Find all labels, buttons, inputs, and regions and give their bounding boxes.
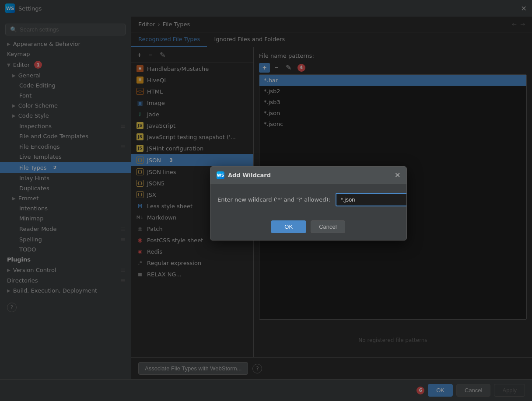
modal-ws-logo: WS xyxy=(217,171,224,179)
add-wildcard-modal: WS Add Wildcard ✕ Enter new wildcard ('*… xyxy=(210,166,407,241)
modal-title: WS Add Wildcard xyxy=(217,171,271,179)
modal-overlay: WS Add Wildcard ✕ Enter new wildcard ('*… xyxy=(0,0,532,401)
modal-cancel-button[interactable]: Cancel xyxy=(311,220,345,233)
modal-title-text: Add Wildcard xyxy=(228,172,271,178)
modal-footer: 5 OK Cancel xyxy=(210,215,406,240)
wildcard-input[interactable] xyxy=(336,193,407,206)
modal-body: Enter new wildcard ('*' and '?' allowed)… xyxy=(210,184,406,215)
modal-ok-button[interactable]: OK xyxy=(271,220,306,233)
modal-field-label: Enter new wildcard ('*' and '?' allowed)… xyxy=(217,196,330,203)
modal-field: Enter new wildcard ('*' and '?' allowed)… xyxy=(217,193,399,206)
modal-title-bar: WS Add Wildcard ✕ xyxy=(210,167,406,184)
modal-close-button[interactable]: ✕ xyxy=(395,171,400,179)
